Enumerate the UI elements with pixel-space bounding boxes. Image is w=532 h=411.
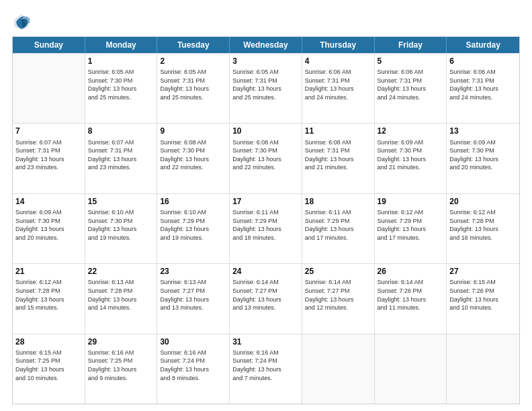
daylight-line2: and 24 minutes. <box>305 93 371 102</box>
cal-cell-3-3: 16 Sunrise: 6:10 AM Sunset: 7:29 PM Dayl… <box>157 194 230 263</box>
sunrise-line: Sunrise: 6:16 AM <box>160 349 226 357</box>
day-number: 12 <box>378 126 444 136</box>
sunrise-line: Sunrise: 6:16 AM <box>232 349 299 357</box>
cal-header-monday: Monday <box>85 37 158 53</box>
sunrise-line: Sunrise: 6:13 AM <box>88 278 154 287</box>
day-number: 23 <box>160 266 226 277</box>
daylight-line2: and 24 minutes. <box>449 93 517 102</box>
day-number: 21 <box>15 266 82 277</box>
sunrise-line: Sunrise: 6:07 AM <box>15 138 82 147</box>
sunrise-line: Sunrise: 6:11 AM <box>232 208 299 217</box>
day-number: 22 <box>88 266 154 277</box>
cal-cell-2-7: 13 Sunrise: 6:09 AM Sunset: 7:30 PM Dayl… <box>447 124 519 193</box>
calendar-header-row: SundayMondayTuesdayWednesdayThursdayFrid… <box>13 37 519 53</box>
sunset-line: Sunset: 7:24 PM <box>232 357 299 365</box>
sunrise-line: Sunrise: 6:05 AM <box>232 68 299 77</box>
daylight-line2: and 12 minutes. <box>305 304 371 312</box>
day-number: 18 <box>305 196 371 207</box>
day-number: 29 <box>88 336 154 347</box>
cal-header-sunday: Sunday <box>13 37 85 53</box>
day-number: 28 <box>15 336 82 347</box>
cal-cell-5-3: 30 Sunrise: 6:16 AM Sunset: 7:24 PM Dayl… <box>157 334 230 404</box>
daylight-line1: Daylight: 13 hours <box>88 155 154 164</box>
daylight-line2: and 21 minutes. <box>378 163 444 172</box>
cal-week-5: 28 Sunrise: 6:15 AM Sunset: 7:25 PM Dayl… <box>13 334 519 404</box>
cal-cell-3-4: 17 Sunrise: 6:11 AM Sunset: 7:29 PM Dayl… <box>230 194 302 263</box>
day-number: 26 <box>378 266 444 277</box>
sunrise-line: Sunrise: 6:11 AM <box>305 208 371 217</box>
daylight-line1: Daylight: 13 hours <box>232 155 299 164</box>
cal-header-saturday: Saturday <box>447 37 519 53</box>
daylight-line1: Daylight: 13 hours <box>88 85 154 93</box>
daylight-line2: and 25 minutes. <box>88 93 154 102</box>
sunset-line: Sunset: 7:26 PM <box>378 287 444 295</box>
sunrise-line: Sunrise: 6:08 AM <box>232 138 299 147</box>
daylight-line2: and 20 minutes. <box>15 234 82 242</box>
sunrise-line: Sunrise: 6:12 AM <box>378 208 444 217</box>
day-number: 5 <box>378 56 444 66</box>
cal-week-3: 14 Sunrise: 6:09 AM Sunset: 7:30 PM Dayl… <box>13 193 519 263</box>
cal-cell-2-2: 8 Sunrise: 6:07 AM Sunset: 7:31 PM Dayli… <box>85 124 158 193</box>
sunrise-line: Sunrise: 6:14 AM <box>232 278 299 287</box>
cal-cell-4-4: 24 Sunrise: 6:14 AM Sunset: 7:27 PM Dayl… <box>230 264 302 333</box>
cal-week-4: 21 Sunrise: 6:12 AM Sunset: 7:28 PM Dayl… <box>13 263 519 333</box>
sunset-line: Sunset: 7:31 PM <box>378 77 444 85</box>
sunrise-line: Sunrise: 6:06 AM <box>449 68 517 77</box>
daylight-line1: Daylight: 13 hours <box>232 295 299 304</box>
daylight-line1: Daylight: 13 hours <box>232 225 299 234</box>
daylight-line1: Daylight: 13 hours <box>378 155 444 164</box>
sunset-line: Sunset: 7:30 PM <box>378 146 444 155</box>
daylight-line2: and 22 minutes. <box>232 163 299 172</box>
daylight-line1: Daylight: 13 hours <box>160 155 226 164</box>
daylight-line2: and 25 minutes. <box>160 93 226 102</box>
day-number: 14 <box>15 196 82 207</box>
daylight-line1: Daylight: 13 hours <box>160 225 226 234</box>
day-number: 24 <box>232 266 299 277</box>
daylight-line1: Daylight: 13 hours <box>378 85 444 93</box>
cal-week-1: 1 Sunrise: 6:05 AM Sunset: 7:30 PM Dayli… <box>13 53 519 123</box>
day-number: 13 <box>449 126 517 136</box>
daylight-line2: and 23 minutes. <box>15 163 82 172</box>
daylight-line1: Daylight: 13 hours <box>15 295 82 304</box>
daylight-line1: Daylight: 13 hours <box>305 85 371 93</box>
cal-cell-3-6: 19 Sunrise: 6:12 AM Sunset: 7:29 PM Dayl… <box>375 194 447 263</box>
daylight-line2: and 25 minutes. <box>232 93 299 102</box>
sunset-line: Sunset: 7:29 PM <box>378 217 444 226</box>
day-number: 7 <box>15 126 82 136</box>
sunset-line: Sunset: 7:27 PM <box>160 287 226 295</box>
day-number: 20 <box>449 196 517 207</box>
sunset-line: Sunset: 7:29 PM <box>160 217 226 226</box>
daylight-line1: Daylight: 13 hours <box>15 155 82 164</box>
cal-cell-3-7: 20 Sunrise: 6:12 AM Sunset: 7:28 PM Dayl… <box>447 194 519 263</box>
daylight-line1: Daylight: 13 hours <box>449 225 517 234</box>
sunrise-line: Sunrise: 6:14 AM <box>378 278 444 287</box>
sunrise-line: Sunrise: 6:08 AM <box>160 138 226 147</box>
day-number: 25 <box>305 266 371 277</box>
sunrise-line: Sunrise: 6:06 AM <box>378 68 444 77</box>
sunset-line: Sunset: 7:27 PM <box>232 287 299 295</box>
cal-cell-3-5: 18 Sunrise: 6:11 AM Sunset: 7:29 PM Dayl… <box>302 194 375 263</box>
sunrise-line: Sunrise: 6:05 AM <box>88 68 154 77</box>
calendar-body: 1 Sunrise: 6:05 AM Sunset: 7:30 PM Dayli… <box>13 53 519 404</box>
cal-cell-4-2: 22 Sunrise: 6:13 AM Sunset: 7:28 PM Dayl… <box>85 264 158 333</box>
cal-cell-5-1: 28 Sunrise: 6:15 AM Sunset: 7:25 PM Dayl… <box>13 334 85 404</box>
daylight-line2: and 23 minutes. <box>88 163 154 172</box>
cal-header-tuesday: Tuesday <box>157 37 230 53</box>
cal-cell-4-7: 27 Sunrise: 6:15 AM Sunset: 7:26 PM Dayl… <box>447 264 519 333</box>
page: SundayMondayTuesdayWednesdayThursdayFrid… <box>0 0 532 411</box>
sunrise-line: Sunrise: 6:08 AM <box>305 138 371 147</box>
daylight-line1: Daylight: 13 hours <box>305 155 371 164</box>
cal-cell-4-6: 26 Sunrise: 6:14 AM Sunset: 7:26 PM Dayl… <box>375 264 447 333</box>
day-number: 30 <box>160 336 226 347</box>
sunset-line: Sunset: 7:31 PM <box>88 146 154 155</box>
daylight-line2: and 11 minutes. <box>378 304 444 312</box>
day-number: 19 <box>378 196 444 207</box>
cal-cell-5-7 <box>447 334 519 404</box>
sunrise-line: Sunrise: 6:09 AM <box>378 138 444 147</box>
sunset-line: Sunset: 7:31 PM <box>160 77 226 85</box>
sunset-line: Sunset: 7:31 PM <box>15 146 82 155</box>
cal-cell-5-6 <box>375 334 447 404</box>
daylight-line2: and 14 minutes. <box>88 304 154 312</box>
cal-cell-2-6: 12 Sunrise: 6:09 AM Sunset: 7:30 PM Dayl… <box>375 124 447 193</box>
sunset-line: Sunset: 7:31 PM <box>232 77 299 85</box>
